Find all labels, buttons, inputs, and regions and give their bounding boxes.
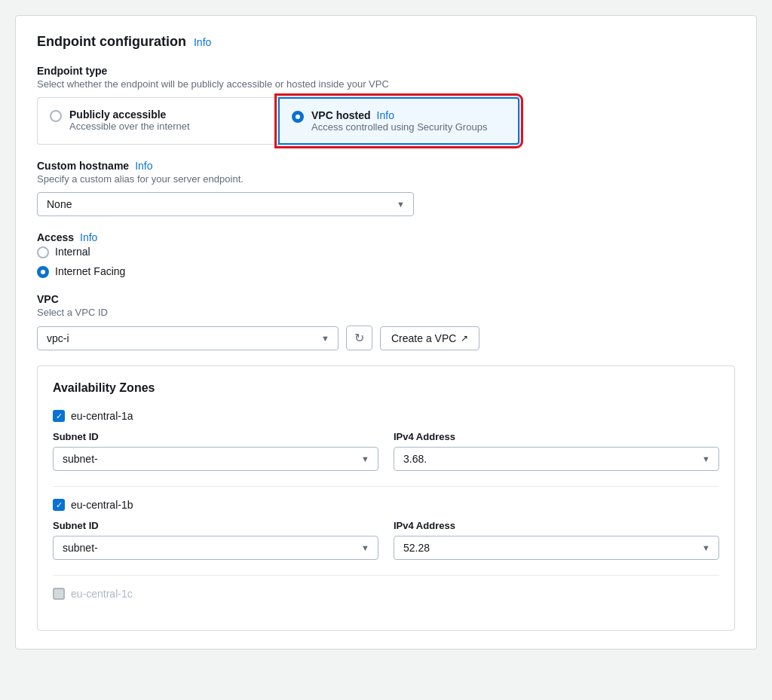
- refresh-icon: ↻: [354, 331, 364, 345]
- ipv4-col-1a: IPv4 Address 3.68.: [394, 431, 719, 471]
- vpc-select-wrap: vpc-i: [37, 326, 339, 350]
- endpoint-option-vpc-hosted[interactable]: VPC hosted Info Access controlled using …: [278, 97, 519, 145]
- ipv4-select-wrap-1b: 52.28: [394, 536, 719, 560]
- vpc-label: VPC: [37, 293, 59, 305]
- publicly-accessible-title: Publicly accessible: [69, 109, 190, 121]
- external-link-icon: ↗: [461, 333, 468, 344]
- subnet-id-label-1b: Subnet ID: [53, 520, 378, 531]
- endpoint-type-desc: Select whether the endpoint will be publ…: [37, 78, 735, 90]
- subnet-row-1b: Subnet ID subnet- IPv4 Address 52.28: [53, 520, 719, 560]
- az-item-eu-central-1b: ✓ eu-central-1b Subnet ID subnet-: [53, 499, 719, 560]
- access-internal-label: Internal: [55, 246, 90, 258]
- endpoint-option-publicly-accessible[interactable]: Publicly accessible Accessible over the …: [37, 97, 278, 145]
- subnet-select-wrap-1a: subnet-: [53, 447, 378, 471]
- vpc-hosted-title: VPC hosted: [311, 109, 371, 121]
- radio-publicly-accessible[interactable]: [50, 110, 62, 122]
- page-title: Endpoint configuration: [37, 34, 186, 50]
- create-vpc-label: Create a VPC: [391, 332, 456, 344]
- publicly-accessible-subtitle: Accessible over the internet: [69, 121, 190, 132]
- vpc-hosted-info-link[interactable]: Info: [377, 109, 394, 121]
- subnet-id-label-1a: Subnet ID: [53, 431, 378, 442]
- access-option-internet-facing[interactable]: Internet Facing: [37, 264, 735, 278]
- ipv4-select-1a[interactable]: 3.68.: [394, 447, 719, 471]
- ipv4-select-wrap-1a: 3.68.: [394, 447, 719, 471]
- availability-zones-section: Availability Zones ✓ eu-central-1a Subne…: [37, 365, 735, 631]
- vpc-controls: vpc-i ↻ Create a VPC ↗: [37, 326, 735, 350]
- vpc-hosted-subtitle: Access controlled using Security Groups: [311, 121, 487, 133]
- az-divider-2: [53, 575, 719, 576]
- az-divider-1: [53, 486, 719, 487]
- custom-hostname-select[interactable]: None: [37, 192, 414, 216]
- radio-internet-facing[interactable]: [37, 266, 49, 278]
- checkmark-icon: ✓: [56, 501, 63, 509]
- vpc-refresh-button[interactable]: ↻: [346, 326, 372, 350]
- az-checkbox-row-1a: ✓ eu-central-1a: [53, 410, 719, 422]
- az-checkbox-1c[interactable]: [53, 588, 65, 600]
- vpc-select[interactable]: vpc-i: [37, 326, 339, 350]
- subnet-select-wrap-1b: subnet-: [53, 536, 378, 560]
- ipv4-select-1b[interactable]: 52.28: [394, 536, 719, 560]
- subnet-id-col-1a: Subnet ID subnet-: [53, 431, 378, 471]
- ipv4-label-1b: IPv4 Address: [394, 520, 719, 531]
- custom-hostname-select-container: None: [37, 192, 414, 216]
- access-option-internal[interactable]: Internal: [37, 245, 735, 258]
- ipv4-col-1b: IPv4 Address 52.28: [394, 520, 719, 560]
- radio-vpc-hosted[interactable]: [292, 111, 304, 123]
- subnet-id-col-1b: Subnet ID subnet-: [53, 520, 378, 560]
- az-title: Availability Zones: [53, 381, 719, 395]
- endpoint-type-label: Endpoint type: [37, 65, 107, 77]
- subnet-select-1b[interactable]: subnet-: [53, 536, 378, 560]
- custom-hostname-info-link[interactable]: Info: [135, 160, 152, 172]
- custom-hostname-label: Custom hostname: [37, 160, 129, 172]
- access-label: Access: [37, 231, 74, 243]
- az-label-1a: eu-central-1a: [71, 410, 133, 422]
- access-info-link[interactable]: Info: [80, 231, 97, 243]
- subnet-row-1a: Subnet ID subnet- IPv4 Address 3.68.: [53, 431, 719, 471]
- radio-internal[interactable]: [37, 246, 49, 258]
- page-info-link[interactable]: Info: [194, 36, 211, 48]
- ipv4-label-1a: IPv4 Address: [394, 431, 719, 442]
- az-item-eu-central-1a: ✓ eu-central-1a Subnet ID subnet-: [53, 410, 719, 471]
- custom-hostname-desc: Specify a custom alias for your server e…: [37, 173, 735, 185]
- az-checkbox-row-1c: eu-central-1c: [53, 588, 719, 600]
- create-vpc-button[interactable]: Create a VPC ↗: [380, 326, 479, 350]
- az-checkbox-row-1b: ✓ eu-central-1b: [53, 499, 719, 511]
- az-checkbox-1a[interactable]: ✓: [53, 410, 65, 422]
- subnet-select-1a[interactable]: subnet-: [53, 447, 378, 471]
- az-label-1b: eu-central-1b: [71, 499, 133, 511]
- access-internet-facing-label: Internet Facing: [55, 265, 125, 277]
- az-label-1c: eu-central-1c: [71, 588, 133, 600]
- checkmark-icon: ✓: [56, 412, 63, 420]
- az-checkbox-1b[interactable]: ✓: [53, 499, 65, 511]
- endpoint-type-radio-group: Publicly accessible Accessible over the …: [37, 97, 735, 145]
- vpc-desc: Select a VPC ID: [37, 307, 735, 318]
- az-item-eu-central-1c: eu-central-1c: [53, 588, 719, 600]
